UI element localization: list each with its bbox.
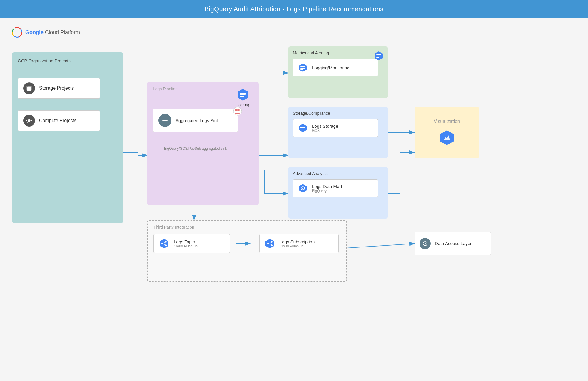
logs-datamart-content: Logs Data Mart BigQuery	[312, 184, 342, 193]
logs-subscription-node: Logs Subscription Cloud Pub/Sub	[259, 234, 339, 253]
svg-rect-6	[28, 88, 31, 88]
svg-rect-26	[300, 69, 303, 70]
visualization-icon	[438, 129, 456, 147]
logs-storage-sublabel: GCS	[312, 129, 338, 133]
svg-rect-11	[240, 94, 246, 95]
visualization-box: Visualization	[415, 107, 479, 158]
svg-point-34	[302, 188, 303, 189]
logs-subscription-label: Logs Subscription	[280, 239, 315, 244]
svg-point-8	[28, 119, 30, 122]
compute-projects-node: Compute Projects	[18, 110, 100, 131]
svg-rect-7	[28, 89, 31, 89]
storage-compliance-title: Storage/Compliance	[293, 111, 383, 116]
sink-icon	[158, 114, 171, 127]
svg-point-51	[425, 243, 426, 244]
compute-icon	[23, 115, 35, 127]
storage-compliance-box: Storage/Compliance Logs Storage GCS	[288, 107, 388, 158]
data-access-label: Data Access Layer	[435, 241, 472, 246]
metrics-title: Metrics and Alerting	[293, 51, 383, 55]
svg-rect-15	[162, 122, 168, 122]
gcp-org-title: GCP Organization Projects	[18, 58, 118, 63]
svg-rect-24	[300, 66, 305, 67]
logs-topic-sublabel: Cloud Pub/Sub	[174, 244, 198, 248]
third-party-box: Third Party Integration Logs Topic Cloud	[147, 220, 347, 282]
visualization-title: Visualization	[434, 119, 460, 124]
people-badge-icon	[233, 106, 241, 115]
aggregated-sink-node: Aggregated Logs Sink	[153, 109, 238, 132]
svg-point-37	[165, 241, 167, 243]
data-access-content: Data Access Layer	[435, 241, 472, 246]
svg-rect-14	[162, 120, 168, 121]
sink-sublabel: BigQuery/GCS/PubSub aggregated sink	[153, 147, 238, 151]
gcp-logo-icon	[12, 27, 22, 38]
svg-point-36	[161, 243, 163, 244]
logs-subscription-icon	[264, 238, 275, 249]
storage-projects-label: Storage Projects	[39, 86, 74, 91]
svg-rect-12	[240, 96, 244, 97]
gcp-org-box: GCP Organization Projects Storage Projec…	[12, 52, 123, 223]
logging-monitoring-label: Logging/Monitoring	[312, 65, 350, 70]
svg-rect-20	[376, 54, 381, 55]
svg-rect-21	[376, 56, 381, 56]
svg-point-38	[165, 244, 167, 246]
logging-monitoring-icon	[298, 63, 308, 73]
svg-rect-22	[376, 57, 379, 58]
svg-rect-25	[300, 68, 305, 69]
diagram: GCP Organization Projects Storage Projec…	[12, 44, 564, 367]
svg-point-17	[235, 109, 238, 111]
metrics-alerting-box: Metrics and Alerting Logging/Monitoring	[288, 46, 388, 98]
svg-point-18	[238, 109, 240, 111]
svg-point-45	[271, 241, 273, 243]
svg-rect-10	[240, 93, 246, 94]
logs-topic-icon	[158, 238, 170, 249]
main-canvas: Google Cloud Platform	[0, 18, 588, 381]
data-access-box: Data Access Layer	[415, 232, 491, 255]
advanced-analytics-box: Advanced Analytics Logs Data Mart BigQue…	[288, 167, 388, 219]
aggregated-sink-label: Aggregated Logs Sink	[176, 118, 219, 123]
logging-monitoring-node: Logging/Monitoring	[293, 59, 378, 76]
logs-datamart-node: Logs Data Mart BigQuery	[293, 179, 378, 197]
logs-datamart-icon	[298, 183, 308, 193]
third-party-title: Third Party Integration	[153, 225, 340, 229]
storage-icon	[23, 82, 35, 94]
pubsub-arrow	[236, 241, 253, 247]
svg-point-46	[271, 244, 273, 246]
header-bar: BigQuery Audit Attribution - Logs Pipeli…	[0, 0, 588, 18]
logs-storage-node: Logs Storage GCS	[293, 119, 378, 137]
logging-icon-area: Logging	[236, 88, 250, 107]
logs-pipeline-box: Logs Pipeline Logging	[147, 82, 259, 205]
svg-marker-35	[160, 239, 168, 248]
svg-marker-49	[440, 130, 454, 145]
gcp-logo-area: Google Cloud Platform	[12, 27, 576, 38]
logs-topic-node: Logs Topic Cloud Pub/Sub	[153, 234, 230, 253]
data-access-icon	[420, 238, 431, 249]
gcp-logo-text: Google Cloud Platform	[25, 29, 80, 36]
advanced-analytics-title: Advanced Analytics	[293, 171, 383, 176]
svg-point-16	[233, 107, 242, 115]
logs-storage-content: Logs Storage GCS	[312, 124, 338, 133]
third-party-nodes: Logs Topic Cloud Pub/Sub	[153, 234, 340, 253]
logs-datamart-sublabel: BigQuery	[312, 189, 342, 193]
logs-datamart-label: Logs Data Mart	[312, 184, 342, 189]
svg-marker-23	[299, 64, 307, 72]
storage-projects-node: Storage Projects	[18, 78, 100, 99]
logs-topic-label: Logs Topic	[174, 239, 198, 244]
svg-rect-13	[162, 119, 168, 119]
svg-point-44	[267, 243, 269, 244]
logs-storage-label: Logs Storage	[312, 124, 338, 129]
logs-storage-icon	[298, 123, 308, 133]
logs-subscription-sublabel: Cloud Pub/Sub	[280, 244, 315, 248]
svg-rect-5	[28, 87, 31, 87]
metrics-hex-badge	[373, 51, 384, 62]
header-title: BigQuery Audit Attribution - Logs Pipeli…	[204, 5, 383, 13]
compute-projects-label: Compute Projects	[39, 118, 76, 123]
svg-marker-43	[265, 239, 274, 248]
logging-hex-icon	[236, 88, 250, 102]
